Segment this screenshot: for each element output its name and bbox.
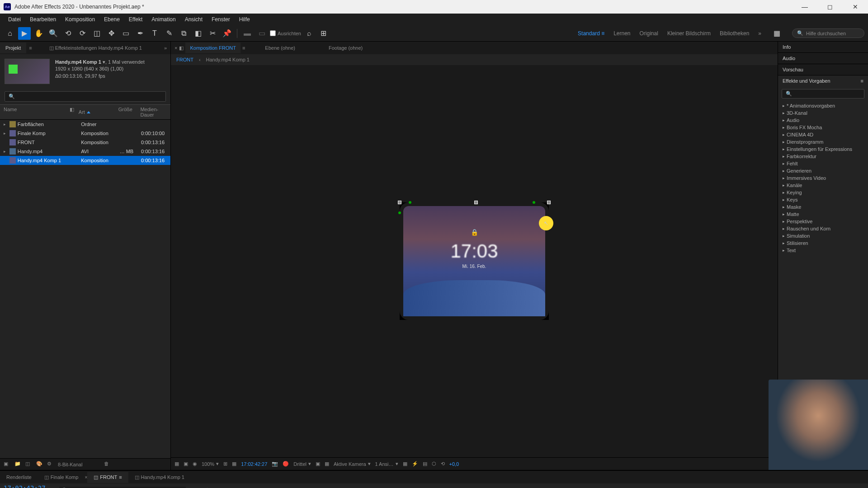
tl-icon-6[interactable]: ⊞ <box>245 486 250 488</box>
selection-handle[interactable] <box>398 201 401 204</box>
col-duration[interactable]: Medien-Dauer <box>140 107 167 117</box>
snapshot-icon[interactable]: 📷 <box>272 461 278 467</box>
new-comp-icon[interactable]: ◫ <box>25 461 33 468</box>
tl-icon-5[interactable]: ◔ <box>235 486 241 488</box>
project-row[interactable]: ▸Handy.mp4AVI… MB0:00:13:16 <box>0 147 170 156</box>
tab-renderlist[interactable]: Renderliste <box>0 472 38 483</box>
effects-category[interactable]: ▸ Simulation <box>778 232 868 239</box>
timeline-search[interactable]: 🔍 <box>59 487 186 488</box>
tab-handy-komp[interactable]: ◫ Handy.mp4 Komp 1 <box>128 472 191 483</box>
close-button[interactable]: ✕ <box>846 0 864 14</box>
menu-effekt[interactable]: Effekt <box>124 14 147 24</box>
grid-icon[interactable]: ⊞ <box>223 461 227 467</box>
trash-icon[interactable]: 🗑 <box>104 461 111 468</box>
mask-vertex[interactable] <box>533 201 535 204</box>
workspace-standard[interactable]: Standard ≡ <box>578 30 604 37</box>
effects-category[interactable]: ▸ Boris FX Mocha <box>778 124 868 131</box>
pen-tool[interactable]: ✒ <box>134 27 146 40</box>
effects-category[interactable]: ▸ Dienstprogramm <box>778 138 868 145</box>
region-icon[interactable]: ▣ <box>316 461 320 467</box>
align-checkbox[interactable] <box>270 30 276 36</box>
tab-overflow[interactable]: » <box>160 45 170 51</box>
snap-grid-tool[interactable]: ⊞ <box>317 27 330 40</box>
bpc-label[interactable]: 8-Bit-Kanal <box>58 462 82 467</box>
tl-icon-4[interactable]: ▤ <box>224 486 231 488</box>
views-dropdown[interactable]: 1 Ansi… ▾ <box>375 461 398 467</box>
tl-icon-2[interactable]: ✦ <box>204 486 210 488</box>
effects-category[interactable]: ▸ Keys <box>778 196 868 203</box>
channel-icon[interactable]: ▣ <box>184 461 188 467</box>
effects-category[interactable]: ▸ Fehlt <box>778 160 868 167</box>
col-tag[interactable]: ◧ <box>70 107 79 117</box>
comp-viewer[interactable]: 🔒 17:03 Mi. 16. Feb. ↖ <box>171 65 778 457</box>
selection-handle[interactable] <box>547 201 551 204</box>
resolution-dropdown[interactable]: Drittel ▾ <box>293 461 311 467</box>
color-icon[interactable]: 🔴 <box>283 461 289 467</box>
exposure-reset-icon[interactable]: ⟲ <box>441 461 445 467</box>
effects-category[interactable]: ▸ Rauschen und Korn <box>778 225 868 232</box>
rotate-tool[interactable]: ⟳ <box>76 27 89 40</box>
col-name[interactable]: Name <box>4 107 70 117</box>
panel-effects[interactable]: Effekte und Vorgaben≡ <box>778 75 868 86</box>
shape-stroke[interactable]: ▭ <box>255 27 268 40</box>
shape-fill[interactable]: ▬ <box>241 27 254 40</box>
menu-fenster[interactable]: Fenster <box>207 14 235 24</box>
effects-category[interactable]: ▸ Matte <box>778 211 868 218</box>
rect-tool[interactable]: ▭ <box>119 27 132 40</box>
menu-komposition[interactable]: Komposition <box>61 14 99 24</box>
crumb-front[interactable]: FRONT <box>176 57 193 62</box>
camera-tool[interactable]: ◫ <box>90 27 103 40</box>
project-row[interactable]: Handy.mp4 Komp 1Komposition0:00:13:16 <box>0 156 170 165</box>
comp-canvas[interactable]: 🔒 17:03 Mi. 16. Feb. ↖ <box>400 202 549 320</box>
snap-tool[interactable]: ⌕ <box>303 27 316 40</box>
menu-datei[interactable]: Datei <box>4 14 25 24</box>
hand-tool[interactable]: ✋ <box>33 27 45 40</box>
selection-tool[interactable]: ▶ <box>18 27 31 40</box>
transparency-icon[interactable]: ▦ <box>325 461 329 467</box>
timeline-timecode[interactable]: 17:02:42:27 <box>4 484 46 488</box>
maximize-button[interactable]: ◻ <box>821 0 839 14</box>
effects-category[interactable]: ▸ Einstellungen für Expressions <box>778 145 868 153</box>
menu-hilfe[interactable]: Hilfe <box>235 14 255 24</box>
effects-category[interactable]: ▸ Stilisieren <box>778 239 868 247</box>
menu-bearbeiten[interactable]: Bearbeiten <box>25 14 61 24</box>
tl-icon-1[interactable]: ⇄ <box>195 486 201 488</box>
roto-tool[interactable]: ✂ <box>206 27 219 40</box>
text-tool[interactable]: T <box>148 27 161 40</box>
tab-layer[interactable]: Ebene (ohne) <box>260 42 300 53</box>
project-row[interactable]: FRONTKomposition0:00:13:16 <box>0 138 170 147</box>
brush-tool[interactable]: ✎ <box>163 27 175 40</box>
zoom-tool[interactable]: 🔍 <box>47 27 60 40</box>
comp-tab-menu[interactable]: ≡ <box>242 45 245 51</box>
tab-effect-controls[interactable]: ◫ Effekteinstellungen Handy.mp4 Komp 1 <box>44 42 147 54</box>
mask-icon[interactable]: ◉ <box>193 461 197 467</box>
project-row[interactable]: ▸FarbflächenOrdner <box>0 120 170 129</box>
menu-ebene[interactable]: Ebene <box>99 14 124 24</box>
zoom-dropdown[interactable]: 100% ▾ <box>202 461 219 467</box>
crumb-handy[interactable]: Handy.mp4 Komp 1 <box>206 57 250 62</box>
workspace-overflow[interactable]: » <box>758 30 761 37</box>
tab-finale-komp[interactable]: ◫ Finale Komp <box>38 472 85 483</box>
workspace-bibliotheken[interactable]: Bibliotheken <box>720 30 749 37</box>
effects-category[interactable]: ▸ Kanäle <box>778 182 868 189</box>
workspace-original[interactable]: Original <box>640 30 658 37</box>
tab-composition[interactable]: Komposition FRONT <box>185 42 240 53</box>
project-search[interactable]: 🔍 <box>5 91 166 102</box>
panel-preview[interactable]: Vorschau <box>778 64 868 75</box>
tab-project[interactable]: Projekt <box>0 42 26 53</box>
effects-category[interactable]: ▸ Audio <box>778 117 868 124</box>
effects-category[interactable]: ▸ CINEMA 4D <box>778 131 868 138</box>
adjust-icon-1[interactable]: 🎨 <box>36 461 43 468</box>
mask-vertex[interactable] <box>398 211 401 214</box>
effects-category[interactable]: ▸ Generieren <box>778 167 868 174</box>
effects-category[interactable]: ▸ Immersives Video <box>778 174 868 182</box>
effects-category[interactable]: ▸ Perspektive <box>778 218 868 225</box>
effects-category[interactable]: ▸ 3D-Kanal <box>778 109 868 117</box>
alpha-icon[interactable]: ▦ <box>175 461 179 467</box>
col-size[interactable]: Größe <box>118 107 141 117</box>
tab-front[interactable]: ◫ FRONT ≡ <box>87 472 128 483</box>
tl-icon-3[interactable]: ◫ <box>214 486 221 488</box>
tab-footage[interactable]: Footage (ohne) <box>324 42 367 53</box>
workspace-lernen[interactable]: Lernen <box>613 30 630 37</box>
effects-category[interactable]: ▸ Text <box>778 247 868 254</box>
